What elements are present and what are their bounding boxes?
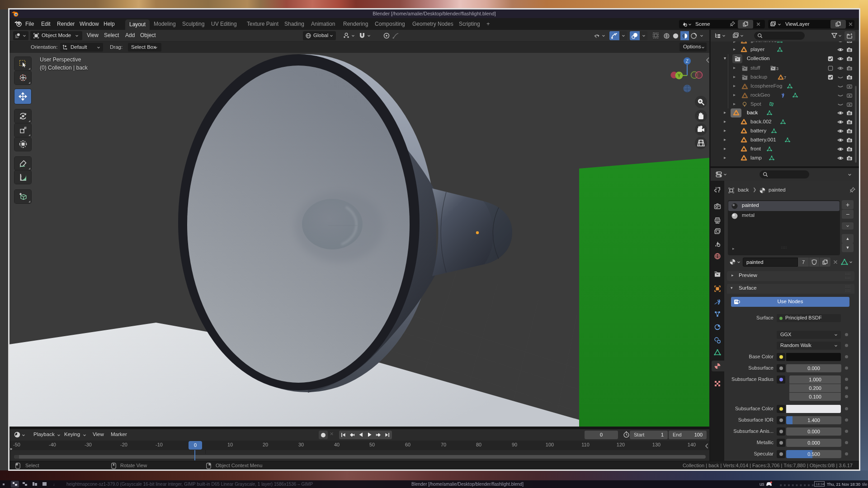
svg-text:Z: Z [686, 59, 689, 64]
svg-text:Y: Y [678, 73, 681, 78]
